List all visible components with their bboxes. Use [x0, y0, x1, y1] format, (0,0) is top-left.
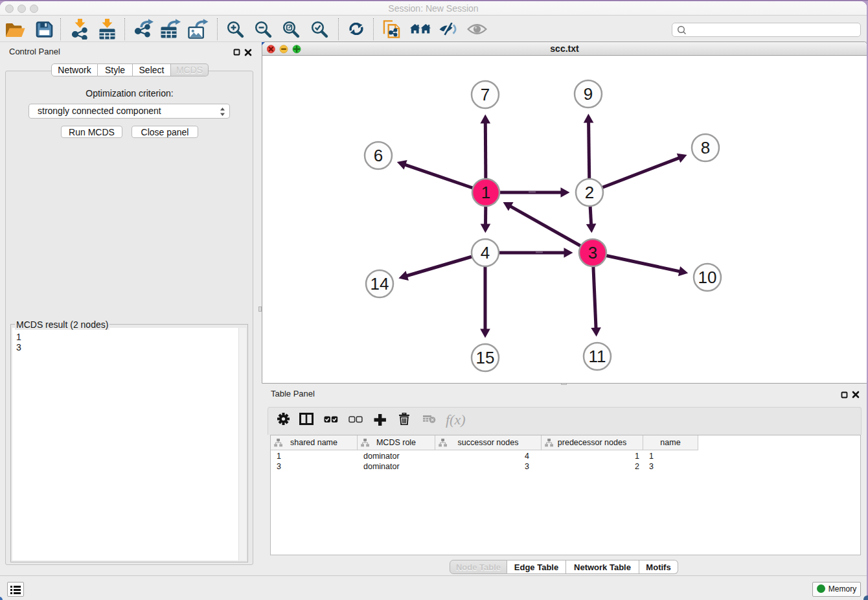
svg-text:6: 6 [374, 146, 383, 165]
svg-text:3: 3 [588, 243, 597, 262]
svg-text:9: 9 [584, 84, 593, 104]
svg-text:1: 1 [481, 183, 490, 202]
svg-text:15: 15 [476, 348, 495, 367]
svg-text:11: 11 [589, 347, 606, 366]
svg-text:10: 10 [698, 268, 717, 287]
svg-text:2: 2 [585, 183, 594, 202]
svg-text:8: 8 [701, 138, 710, 157]
svg-text:14: 14 [371, 274, 389, 294]
svg-text:7: 7 [481, 85, 490, 104]
svg-text:4: 4 [481, 243, 490, 262]
